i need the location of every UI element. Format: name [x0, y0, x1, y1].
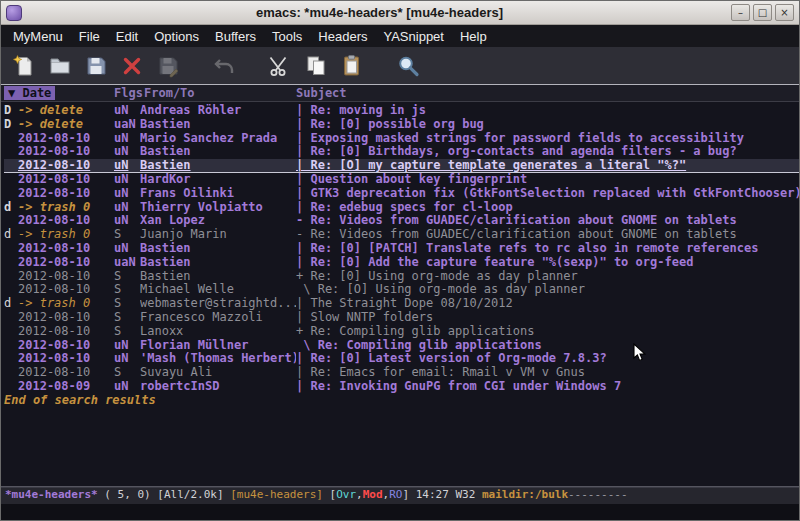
cut-button[interactable]: [266, 51, 296, 81]
row-mark: [4, 187, 18, 201]
row-from: 'Mash (Thomas Herbert): [140, 352, 296, 366]
message-row[interactable]: d-> trash 0Swebmaster@straightd...| The …: [4, 297, 799, 311]
modeline-segment-ro: RO: [389, 488, 402, 501]
message-row[interactable]: d-> trash 0SJuanjo Marin- Re: Videos fro…: [4, 228, 799, 242]
row-flags: S: [114, 270, 140, 284]
message-row[interactable]: 2012-08-10uNBastien| Re: [0] Birthdays, …: [4, 145, 799, 159]
message-row[interactable]: 2012-08-10SMichael Welle \ Re: [O] Using…: [4, 283, 799, 297]
message-row[interactable]: 2012-08-10SLanoxx+ Re: Compiling glib ap…: [4, 325, 799, 339]
copy-button[interactable]: [302, 51, 332, 81]
row-date: 2012-08-10: [18, 187, 114, 201]
menu-bar: MyMenuFileEditOptionsBuffersToolsHeaders…: [1, 25, 799, 47]
message-row[interactable]: 2012-08-10SBastien+ Re: [0] Using org-mo…: [4, 270, 799, 284]
row-from: Bastien: [140, 159, 296, 173]
message-list: D-> deleteuNAndreas Röhler| Re: moving i…: [1, 102, 799, 486]
menu-item-buffers[interactable]: Buffers: [207, 27, 264, 46]
save-as-icon: [156, 54, 182, 78]
row-flags: uN: [114, 132, 140, 146]
row-from: Bastien: [140, 242, 296, 256]
undo-icon: [212, 54, 238, 78]
maximize-button[interactable]: □: [753, 4, 772, 21]
menu-item-help[interactable]: Help: [452, 27, 495, 46]
save-button[interactable]: [82, 51, 112, 81]
row-date: 2012-08-10: [18, 311, 114, 325]
close-button[interactable]: ×: [775, 4, 794, 21]
message-row[interactable]: D-> deleteuNAndreas Röhler| Re: moving i…: [4, 104, 799, 118]
search-button[interactable]: [394, 51, 424, 81]
menu-item-mymenu[interactable]: MyMenu: [5, 27, 71, 46]
row-flags: uN: [114, 339, 140, 353]
column-header-from[interactable]: From/To: [144, 86, 296, 100]
menu-item-file[interactable]: File: [71, 27, 108, 46]
row-date: 2012-08-10: [18, 283, 114, 297]
row-subject: + Re: Compiling glib applications: [296, 325, 799, 339]
save-as-button: [154, 51, 184, 81]
message-row[interactable]: 2012-08-10uNFrans Oilinki| GTK3 deprecat…: [4, 187, 799, 201]
column-header-subject[interactable]: Subject: [296, 86, 799, 100]
row-flags: S: [114, 228, 140, 242]
row-mark: D: [4, 118, 18, 132]
message-row[interactable]: 2012-08-10uNBastien| Re: [O] my capture …: [4, 159, 799, 173]
message-row[interactable]: 2012-08-10uNMario Sanchez Prada| Exposin…: [4, 132, 799, 146]
mode-line: *mu4e-headers* ( 5, 0) [All/2.0k] [mu4e-…: [1, 486, 799, 504]
column-header-date[interactable]: ▼ Date: [4, 86, 114, 100]
open-file-icon: [48, 54, 74, 78]
row-flags: uN: [114, 242, 140, 256]
row-date: 2012-08-10: [18, 366, 114, 380]
row-mark: [4, 366, 18, 380]
close-buffer-button[interactable]: [118, 51, 148, 81]
modeline-segment-plain: ( 5, 0): [98, 488, 158, 501]
message-row[interactable]: D-> deleteuaNBastien| Re: [0] possible o…: [4, 118, 799, 132]
message-row[interactable]: 2012-08-10uNFlorian Müllner \ Re: Compil…: [4, 339, 799, 353]
row-mark: [4, 283, 18, 297]
menu-item-headers[interactable]: Headers: [310, 27, 375, 46]
message-row[interactable]: 2012-08-10uNXan Lopez- Re: Videos from G…: [4, 214, 799, 228]
row-mark: d: [4, 228, 18, 242]
minimize-button[interactable]: –: [731, 4, 750, 21]
message-row[interactable]: 2012-08-10SFrancesco Mazzoli| Slow NNTP …: [4, 311, 799, 325]
row-date: 2012-08-10: [18, 242, 114, 256]
copy-icon: [304, 54, 330, 78]
row-mark: [4, 256, 18, 270]
message-row[interactable]: 2012-08-09uNrobertcInSD| Re: Invoking Gn…: [4, 380, 799, 394]
menu-item-tools[interactable]: Tools: [264, 27, 310, 46]
open-file-button[interactable]: [46, 51, 76, 81]
cut-icon: [268, 54, 294, 78]
menu-item-yasnippet[interactable]: YASnippet: [375, 27, 451, 46]
row-from: Thierry Volpiatto: [140, 201, 296, 215]
row-from: Andreas Röhler: [140, 104, 296, 118]
row-subject: | Slow NNTP folders: [296, 311, 799, 325]
echo-area[interactable]: [1, 504, 799, 520]
modeline-segment-ovr: Ovr: [336, 488, 356, 501]
paste-button[interactable]: [338, 51, 368, 81]
undo-button: [210, 51, 240, 81]
row-subject: \ Re: [O] Using org-mode as day planner: [296, 283, 799, 297]
row-flags: S: [114, 366, 140, 380]
message-row[interactable]: 2012-08-10uaNBastien| Re: [0] Add the ca…: [4, 256, 799, 270]
message-row[interactable]: 2012-08-10uNBastien| Re: [0] [PATCH] Tra…: [4, 242, 799, 256]
row-mark: [4, 145, 18, 159]
row-date: 2012-08-10: [18, 256, 114, 270]
column-header-flags[interactable]: Flgs: [114, 86, 144, 100]
row-from: Mario Sanchez Prada: [140, 132, 296, 146]
row-mark: [4, 325, 18, 339]
message-row[interactable]: 2012-08-10uN'Mash (Thomas Herbert)| Re: …: [4, 352, 799, 366]
message-row[interactable]: 2012-08-10uNHardKor| Question about key …: [4, 173, 799, 187]
message-row[interactable]: d-> trash 0uNThierry Volpiatto| Re: edeb…: [4, 201, 799, 215]
row-subject: | Re: [0] Birthdays, org-contacts and ag…: [296, 145, 799, 159]
modeline-segment-dashes: ---------: [568, 488, 628, 501]
row-from: Bastien: [140, 270, 296, 284]
menu-item-options[interactable]: Options: [146, 27, 207, 46]
row-date: -> delete: [18, 118, 114, 132]
save-icon: [84, 54, 110, 78]
new-file-button[interactable]: [10, 51, 40, 81]
row-subject: + Re: [0] Using org-mode as day planner: [296, 270, 799, 284]
new-file-icon: [12, 54, 38, 78]
row-mark: D: [4, 104, 18, 118]
row-flags: uN: [114, 380, 140, 394]
sort-indicator[interactable]: ▼ Date: [4, 86, 55, 100]
row-from: Florian Müllner: [140, 339, 296, 353]
row-date: 2012-08-10: [18, 145, 114, 159]
message-row[interactable]: 2012-08-10SSuvayu Ali| Re: Emacs for ema…: [4, 366, 799, 380]
menu-item-edit[interactable]: Edit: [108, 27, 146, 46]
